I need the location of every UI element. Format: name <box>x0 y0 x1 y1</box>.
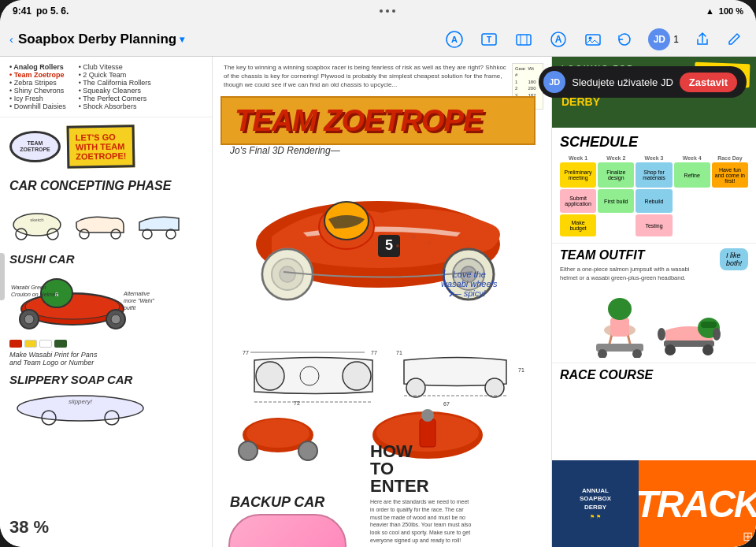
team-item: • Downhill Daisies <box>9 102 66 110</box>
schedule-cell: Submit application <box>560 189 596 213</box>
wasabi-wheels-note: Love thewasabi wheels— spicy! <box>441 270 498 298</box>
track-banner: TRACK ⊞ <box>639 460 756 547</box>
status-dot <box>392 9 395 13</box>
toolbar-right: JD 1 <box>612 27 747 52</box>
team-item: • Club Vitesse <box>79 63 151 71</box>
schedule-cell: Refine <box>674 162 710 188</box>
svg-text:71: 71 <box>396 350 402 355</box>
svg-text:A: A <box>555 34 562 45</box>
svg-text:sketch: sketch <box>30 218 43 222</box>
svg-point-81 <box>702 344 713 355</box>
svg-text:Alternative: Alternative <box>123 291 150 296</box>
svg-point-15 <box>143 229 152 239</box>
pencil-button[interactable] <box>721 27 747 52</box>
collaborator-avatar: JD <box>648 28 670 50</box>
right-panel: LOOKING FOR SPONSORS Let's writethis not… <box>551 57 756 547</box>
team-zoetrope-banner: TEAM ZOETROPE <box>220 96 536 145</box>
how-to-enter-title: HOWTOENTER <box>370 443 472 495</box>
collaborator-badge[interactable]: JD 1 <box>643 27 684 52</box>
annual-derby-text: ANNUALSOAPBOXDERBY <box>580 487 611 512</box>
schedule-cell: Preliminary meeting <box>560 162 596 188</box>
pen-tool-button[interactable]: A <box>442 27 467 52</box>
grid-icon[interactable]: ⊞ <box>743 529 753 544</box>
whiteboard[interactable]: JD Sledujete uživatele JD Zastavit • Ana… <box>0 57 756 547</box>
textbox-tool-button[interactable]: A <box>546 27 571 52</box>
stop-following-button[interactable]: Zastavit <box>680 73 737 92</box>
status-bar: 9:41 po 5. 6. ▲ 100 % <box>0 0 756 22</box>
team-item-zoetrope: • Team Zoetrope <box>9 71 66 79</box>
schedule-cell: Testing <box>636 214 672 236</box>
svg-point-59 <box>485 378 504 397</box>
backup-car-preview <box>228 514 346 547</box>
week-header: Week 3 <box>636 155 672 161</box>
text-tool-button[interactable]: T <box>476 27 502 52</box>
swatch-white <box>39 340 52 348</box>
share-button[interactable] <box>690 27 715 52</box>
battery-label: 100 % <box>719 6 743 16</box>
toolbar-center: A T A <box>442 27 606 52</box>
svg-point-48 <box>396 244 399 247</box>
team-item: • 2 Quick Team <box>79 71 151 79</box>
title-chevron-icon[interactable]: ▾ <box>180 34 184 45</box>
schedule-row-2: Submit application First build Rebuild <box>560 189 748 213</box>
swatch-yellow <box>24 340 37 348</box>
svg-text:A: A <box>451 35 458 44</box>
status-dot <box>386 9 389 13</box>
team-item: • Squeaky Cleaners <box>79 87 151 95</box>
car-sketches-area: sketch Sushi Car <box>0 196 212 435</box>
team-item: • The Perfect Corners <box>79 95 151 102</box>
svg-text:77: 77 <box>371 350 377 355</box>
week-header: Week 1 <box>560 155 596 161</box>
rendering-label: Jo's Final 3D Rendering— <box>230 145 340 156</box>
svg-point-70 <box>421 409 434 422</box>
team-oval-badge: TEAMZOETROPE <box>9 131 61 162</box>
scroll-handle[interactable] <box>0 253 5 300</box>
team-item: • Zebra Stripes <box>9 79 66 87</box>
top-notes-text: The key to winning a winning soapbox rac… <box>220 60 512 93</box>
team-item: • The California Rollers <box>79 79 151 87</box>
history-button[interactable] <box>612 27 637 52</box>
collab-label: Sledujete uživatele JD <box>572 76 673 88</box>
status-bar-right: ▲ 100 % <box>706 6 743 16</box>
svg-text:more "Wahi": more "Wahi" <box>124 298 154 303</box>
back-button[interactable]: ‹ <box>9 32 13 46</box>
team-item: • Icy Fresh <box>9 95 66 102</box>
team-list-col2: • Club Vitesse • 2 Quick Team • The Cali… <box>79 63 151 110</box>
car-concepting-label: Car Concepting Phase <box>0 176 212 196</box>
outfit-description: Either a one-piece salmon jumpsuit with … <box>560 266 701 282</box>
svg-rect-78 <box>701 322 717 328</box>
schedule-cell: Finalize design <box>598 162 634 188</box>
schedule-cell-empty <box>674 214 710 236</box>
status-bar-left: 9:41 po 5. 6. <box>13 6 69 17</box>
svg-point-46 <box>411 234 416 239</box>
svg-text:77: 77 <box>243 350 249 355</box>
svg-point-73 <box>608 298 632 320</box>
schedule-row-3: Make budget Testing <box>560 214 748 236</box>
svg-text:5: 5 <box>385 237 393 253</box>
schedule-cell: Have fun and come in first! <box>712 162 748 188</box>
schedule-cell: Shop for materials <box>636 162 672 188</box>
swatch-green <box>54 340 67 348</box>
team-list-col1: • Analog Rollers • Team Zoetrope • Zebra… <box>9 63 66 110</box>
schedule-section: Schedule Week 1 Week 2 Week 3 Week 4 Rac… <box>552 128 756 243</box>
how-to-enter-section: HOWTOENTER Here are the standards we nee… <box>370 443 472 547</box>
bottom-banner: ANNUALSOAPBOXDERBY ⚑ ⚑ TRACK ⊞ <box>552 460 756 547</box>
team-item: • Analog Rollers <box>9 63 66 71</box>
rider-1-illustration <box>588 287 651 358</box>
make-note: Make Wasabi Print for Pansand Team Logo … <box>9 351 202 367</box>
svg-rect-4 <box>517 35 531 45</box>
document-title[interactable]: Soapbox Derby Planning ▾ <box>18 32 184 47</box>
schedule-cell: Make budget <box>560 214 596 236</box>
slippery-soap-label: Slippery Soap Car <box>9 373 202 386</box>
frame-tool-button[interactable] <box>511 27 536 52</box>
race-course-title: Race Course <box>560 368 748 382</box>
team-zoetrope-title: TEAM ZOETROPE <box>235 106 521 136</box>
schedule-row-1: Preliminary meeting Finalize design Shop… <box>560 162 748 188</box>
status-dot <box>380 9 383 13</box>
svg-text:71: 71 <box>518 367 524 373</box>
svg-text:slippery!: slippery! <box>69 398 93 405</box>
status-bar-center <box>380 9 395 13</box>
svg-text:Crouton on Helmet: Crouton on Helmet <box>11 292 58 297</box>
week-header: Race Day <box>712 155 748 161</box>
media-tool-button[interactable] <box>580 27 606 52</box>
